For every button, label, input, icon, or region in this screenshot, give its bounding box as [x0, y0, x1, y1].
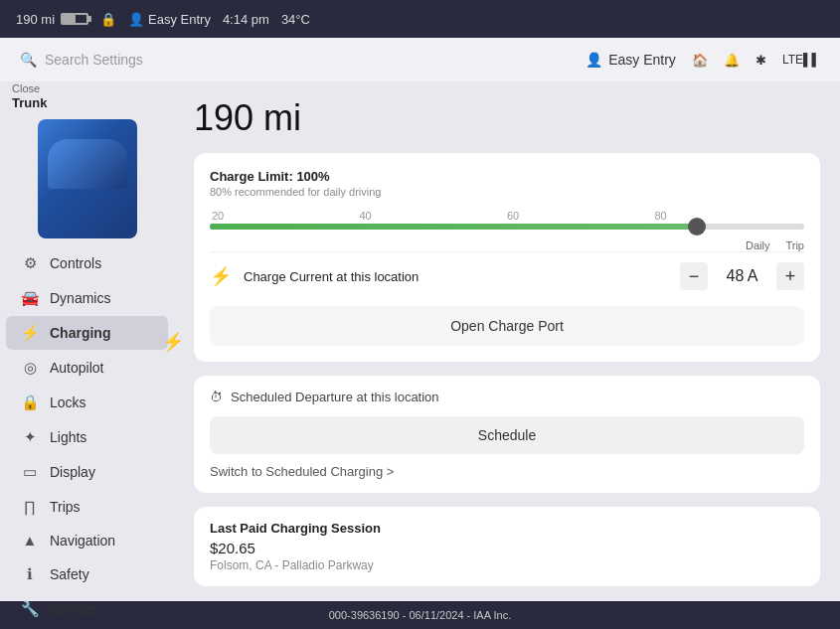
- home-icon[interactable]: 🏠: [692, 53, 708, 68]
- nav-items: ⚙ Controls 🚘 Dynamics ⚡ Charging ◎ Autop…: [0, 246, 174, 629]
- sidebar-item-service[interactable]: 🔧 Service: [6, 592, 168, 626]
- scheduled-label-row: ⏱ Scheduled Departure at this location: [210, 390, 804, 404]
- current-control: − 48 A +: [680, 262, 804, 290]
- slider-thumb[interactable]: [688, 218, 706, 236]
- scheduled-label: Scheduled Departure at this location: [231, 390, 439, 404]
- search-icon: 🔍: [20, 52, 37, 68]
- battery-icon: [61, 13, 88, 25]
- charge-limit-label: Charge Limit: 100%: [210, 169, 804, 184]
- last-session-card: Last Paid Charging Session $20.65 Folsom…: [194, 507, 820, 586]
- navigation-icon: ▲: [20, 532, 40, 549]
- display-icon: ▭: [20, 463, 40, 481]
- lights-icon: ✦: [20, 428, 40, 446]
- service-label: Service: [50, 601, 96, 617]
- lightning-icon: ⚡: [162, 331, 184, 353]
- sidebar-item-navigation[interactable]: ▲ Navigation: [6, 524, 168, 556]
- sidebar-item-locks[interactable]: 🔒 Locks: [6, 386, 168, 419]
- dynamics-label: Dynamics: [50, 290, 110, 306]
- sidebar-item-autopilot[interactable]: ◎ Autopilot: [6, 351, 168, 385]
- sidebar-item-display[interactable]: ▭ Display: [6, 455, 168, 489]
- autopilot-icon: ◎: [20, 359, 40, 377]
- mileage-text: 190 mi: [16, 12, 55, 27]
- trip-label: Trip: [785, 239, 804, 251]
- header-profile-icon: 👤: [586, 52, 602, 68]
- main-panel: 190 mi Charge Limit: 100% 80% recommende…: [174, 81, 840, 601]
- profile-icon: 👤: [128, 12, 144, 27]
- trips-label: Trips: [50, 499, 81, 515]
- sidebar-item-controls[interactable]: ⚙ Controls: [6, 246, 168, 280]
- charge-slider[interactable]: [210, 224, 804, 230]
- display-label: Display: [50, 464, 95, 480]
- close-label: Close: [12, 81, 47, 95]
- car-image: [38, 119, 137, 238]
- charge-card: Charge Limit: 100% 80% recommended for d…: [194, 153, 820, 362]
- dynamics-icon: 🚘: [20, 289, 40, 307]
- easy-entry-status: 👤 Easy Entry: [128, 12, 211, 27]
- lights-label: Lights: [50, 429, 86, 445]
- sidebar-item-charging[interactable]: ⚡ Charging: [6, 316, 168, 350]
- slider-sublabels: Daily Trip: [210, 239, 804, 251]
- schedule-button[interactable]: Schedule: [210, 416, 804, 454]
- trunk-label: Trunk: [12, 95, 47, 112]
- increase-current-button[interactable]: +: [776, 262, 804, 290]
- slider-track: [210, 224, 804, 230]
- header-easy-entry-label: Easy Entry: [608, 52, 676, 68]
- last-session-amount: $20.65: [210, 540, 804, 556]
- clock-icon: ⏱: [210, 390, 223, 404]
- navigation-label: Navigation: [50, 533, 115, 549]
- search-bar-container[interactable]: 🔍 Search Settings: [20, 52, 578, 68]
- charge-current-row: ⚡ Charge Current at this location − 48 A…: [210, 251, 804, 300]
- decrease-current-button[interactable]: −: [680, 262, 708, 290]
- bluetooth-icon[interactable]: ✱: [756, 53, 766, 68]
- sidebar-item-trips[interactable]: ∏ Trips: [6, 490, 168, 523]
- autopilot-label: Autopilot: [50, 360, 103, 376]
- daily-label: Daily: [746, 239, 769, 251]
- search-header: 🔍 Search Settings 👤 Easy Entry 🏠 🔔 ✱ LTE…: [0, 38, 840, 81]
- switch-charging-link[interactable]: Switch to Scheduled Charging >: [210, 464, 804, 479]
- bottom-bar-text: 000-39636190 - 06/11/2024 - IAA Inc.: [329, 609, 511, 621]
- safety-label: Safety: [50, 566, 89, 582]
- lock-icon: 🔒: [100, 12, 116, 27]
- safety-icon: ℹ: [20, 565, 40, 583]
- main-content: Close Trunk ⚡ ⚙ Controls 🚘 Dynamics ⚡ Ch…: [0, 81, 840, 601]
- charging-icon: ⚡: [20, 324, 40, 342]
- charge-current-label: Charge Current at this location: [244, 269, 668, 284]
- header-easy-entry: 👤 Easy Entry: [586, 52, 676, 68]
- locks-icon: 🔒: [20, 393, 40, 411]
- slider-labels: 20 40 60 80: [210, 210, 804, 222]
- last-session-title: Last Paid Charging Session: [210, 521, 804, 536]
- controls-icon: ⚙: [20, 254, 40, 272]
- open-charge-port-button[interactable]: Open Charge Port: [210, 306, 804, 346]
- last-session-location: Folsom, CA - Palladio Parkway: [210, 558, 804, 572]
- sidebar-item-lights[interactable]: ✦ Lights: [6, 420, 168, 454]
- temp-display: 34°C: [281, 12, 310, 27]
- charging-label: Charging: [50, 325, 110, 341]
- sidebar-item-safety[interactable]: ℹ Safety: [6, 557, 168, 591]
- controls-label: Controls: [50, 255, 101, 271]
- status-easy-entry-label: Easy Entry: [148, 12, 211, 27]
- mileage-display: 190 mi: [16, 12, 88, 27]
- current-value: 48 A: [720, 267, 764, 285]
- charge-limit-sub: 80% recommended for daily driving: [210, 186, 804, 198]
- service-icon: 🔧: [20, 600, 40, 618]
- time-display: 4:14 pm: [223, 12, 269, 27]
- trips-icon: ∏: [20, 498, 40, 515]
- charge-bolt-icon: ⚡: [210, 265, 232, 287]
- scheduled-section: ⏱ Scheduled Departure at this location S…: [194, 376, 820, 493]
- bell-icon[interactable]: 🔔: [724, 53, 740, 68]
- sidebar: Close Trunk ⚡ ⚙ Controls 🚘 Dynamics ⚡ Ch…: [0, 81, 174, 601]
- range-display: 190 mi: [194, 97, 820, 139]
- status-bar: 190 mi 🔒 👤 Easy Entry 4:14 pm 34°C: [0, 0, 840, 38]
- sidebar-item-dynamics[interactable]: 🚘 Dynamics: [6, 281, 168, 315]
- slider-fill: [210, 224, 697, 230]
- locks-label: Locks: [50, 394, 86, 410]
- header-icons: 👤 Easy Entry 🏠 🔔 ✱ LTE▌▌: [586, 52, 820, 68]
- search-placeholder: Search Settings: [45, 52, 143, 68]
- close-trunk[interactable]: Close Trunk: [12, 81, 47, 112]
- signal-icon: LTE▌▌: [782, 53, 820, 67]
